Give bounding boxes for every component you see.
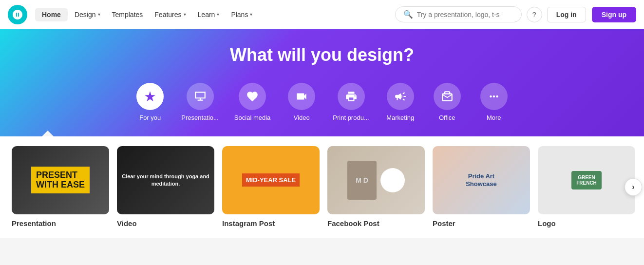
category-print[interactable]: Print produ...: [327, 79, 375, 126]
design-nav-link[interactable]: Design ▾: [70, 8, 105, 21]
facebook-card[interactable]: M D Facebook Post: [327, 146, 425, 228]
video-card[interactable]: Clear your mind through yoga and meditat…: [117, 146, 214, 228]
hero-title: What will you design?: [230, 45, 414, 65]
poster-thumbnail: Pride Art Showcase: [433, 146, 530, 214]
print-icon: [338, 83, 365, 110]
active-category-indicator: [42, 131, 54, 136]
templates-nav-link[interactable]: Templates: [107, 8, 148, 21]
category-more[interactable]: More: [473, 79, 515, 126]
presentation-thumb-text: PRESENT WITH EASE: [31, 167, 90, 194]
learn-nav-link[interactable]: Learn ▾: [193, 8, 225, 21]
design-cards-section: PRESENT WITH EASE Presentation Clear you…: [0, 136, 644, 238]
canva-logo[interactable]: [8, 5, 27, 24]
social-media-label: Social media: [234, 114, 270, 122]
instagram-thumb-text: MID-YEAR SALE: [242, 173, 300, 187]
navbar: Home Design ▾ Templates Features ▾ Learn…: [0, 0, 644, 29]
presentation-label: Presentatio...: [181, 114, 219, 122]
presentation-card-label: Presentation: [12, 219, 56, 227]
megaphone-icon: [387, 83, 414, 110]
home-button[interactable]: Home: [35, 8, 68, 21]
instagram-thumbnail: MID-YEAR SALE: [222, 146, 320, 214]
office-label: Office: [439, 114, 455, 122]
briefcase-icon: [434, 83, 461, 110]
learn-chevron-icon: ▾: [217, 12, 219, 17]
login-button[interactable]: Log in: [547, 7, 586, 22]
plans-chevron-icon: ▾: [250, 12, 252, 17]
signup-button[interactable]: Sign up: [592, 7, 636, 22]
logo-card-label: Logo: [538, 219, 556, 227]
video-card-label: Video: [117, 219, 137, 227]
poster-card-label: Poster: [433, 219, 455, 227]
hero-banner: What will you design? For you Presentati…: [0, 29, 644, 136]
carousel-next-button[interactable]: ›: [625, 178, 642, 196]
logo-card[interactable]: GREEN FRENCH Logo: [538, 146, 635, 228]
category-row: For you Presentatio... Social media Vide…: [129, 79, 515, 126]
presentation-card[interactable]: PRESENT WITH EASE Presentation: [12, 146, 109, 228]
search-input[interactable]: [417, 11, 513, 19]
instagram-card[interactable]: MID-YEAR SALE Instagram Post: [222, 146, 320, 228]
heart-icon: [239, 83, 266, 110]
features-chevron-icon: ▾: [184, 12, 186, 17]
video-icon: [288, 83, 315, 110]
category-social-media[interactable]: Social media: [228, 79, 276, 126]
features-nav-link[interactable]: Features ▾: [150, 8, 190, 21]
category-marketing[interactable]: Marketing: [379, 79, 422, 126]
search-bar: 🔍: [395, 6, 522, 22]
logo-thumbnail: GREEN FRENCH: [538, 146, 635, 214]
presentation-icon: [187, 83, 214, 110]
poster-card[interactable]: Pride Art Showcase Poster: [433, 146, 530, 228]
more-label: More: [487, 114, 501, 122]
poster-thumb-text: Pride Art Showcase: [466, 172, 497, 188]
instagram-card-label: Instagram Post: [222, 219, 275, 227]
category-video[interactable]: Video: [280, 79, 323, 126]
video-label: Video: [294, 114, 310, 122]
design-chevron-icon: ▾: [98, 12, 100, 17]
presentation-thumbnail: PRESENT WITH EASE: [12, 146, 109, 214]
video-thumb-text: Clear your mind through yoga and meditat…: [117, 169, 214, 191]
plans-nav-link[interactable]: Plans ▾: [226, 8, 257, 21]
facebook-card-label: Facebook Post: [327, 219, 379, 227]
help-button[interactable]: ?: [527, 7, 542, 22]
category-presentation[interactable]: Presentatio...: [175, 79, 225, 126]
for-you-label: For you: [139, 114, 161, 122]
dots-icon: [480, 83, 508, 110]
video-thumbnail: Clear your mind through yoga and meditat…: [117, 146, 214, 214]
logo-thumb-text: GREEN FRENCH: [571, 171, 602, 189]
category-office[interactable]: Office: [426, 79, 469, 126]
facebook-thumbnail: M D: [327, 146, 425, 214]
category-for-you[interactable]: For you: [129, 79, 171, 126]
marketing-label: Marketing: [386, 114, 414, 122]
sparkle-icon: [136, 83, 164, 110]
search-icon: 🔍: [403, 10, 413, 19]
print-label: Print produ...: [333, 114, 369, 122]
